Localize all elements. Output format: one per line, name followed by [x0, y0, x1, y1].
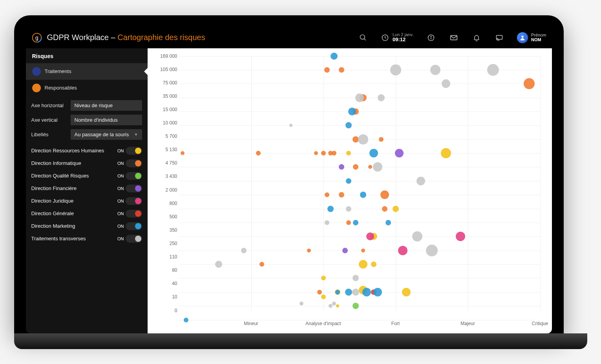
data-point[interactable]: [369, 149, 378, 157]
sidebar-item-traitements[interactable]: Traitements: [26, 63, 148, 80]
data-point[interactable]: [346, 206, 351, 212]
data-point[interactable]: [373, 162, 382, 172]
data-point[interactable]: [339, 67, 344, 73]
data-point[interactable]: [332, 151, 336, 155]
data-point[interactable]: [353, 303, 359, 309]
data-point[interactable]: [456, 232, 465, 241]
data-point[interactable]: [215, 261, 222, 268]
data-point[interactable]: [524, 78, 535, 89]
data-point[interactable]: [321, 294, 326, 299]
data-point[interactable]: [256, 151, 261, 155]
toggle-switch[interactable]: ON: [117, 159, 142, 167]
data-point[interactable]: [379, 137, 384, 142]
data-point[interactable]: [317, 290, 322, 294]
mail-icon[interactable]: [449, 33, 458, 42]
data-point[interactable]: [352, 289, 359, 296]
scatter-plot[interactable]: 01040801102503505008002 0003 4304 7505 1…: [179, 56, 540, 320]
data-point[interactable]: [332, 302, 336, 305]
data-point[interactable]: [259, 262, 264, 267]
data-point[interactable]: [353, 220, 358, 225]
data-point[interactable]: [331, 53, 338, 60]
data-point[interactable]: [402, 288, 411, 296]
data-point[interactable]: [358, 134, 368, 145]
data-point[interactable]: [342, 248, 348, 253]
data-point[interactable]: [385, 220, 391, 225]
control-select[interactable]: Au passage de la souris▼: [71, 129, 142, 140]
data-point[interactable]: [321, 151, 326, 155]
toggle-switch[interactable]: ON: [117, 210, 142, 218]
data-point[interactable]: [398, 246, 407, 255]
data-point[interactable]: [353, 275, 359, 281]
toggle-switch[interactable]: ON: [117, 197, 142, 205]
data-point[interactable]: [362, 288, 371, 296]
data-point[interactable]: [361, 249, 365, 252]
data-point[interactable]: [442, 79, 450, 88]
user-menu[interactable]: PrénomNOM: [517, 32, 546, 43]
data-point[interactable]: [382, 206, 387, 212]
data-point[interactable]: [348, 108, 356, 115]
data-point[interactable]: [241, 248, 247, 253]
data-point[interactable]: [346, 151, 351, 155]
data-point[interactable]: [181, 151, 185, 155]
data-point[interactable]: [324, 67, 330, 73]
data-point[interactable]: [395, 149, 404, 157]
data-point[interactable]: [339, 192, 344, 198]
toggle-switch[interactable]: ON: [117, 185, 142, 192]
legend-label: Direction Marketing: [31, 223, 75, 229]
data-point[interactable]: [371, 262, 376, 267]
data-point[interactable]: [289, 124, 292, 127]
toggle-switch[interactable]: ON: [117, 235, 142, 243]
data-point[interactable]: [339, 164, 344, 170]
data-point[interactable]: [321, 276, 326, 280]
toggle-switch[interactable]: ON: [117, 222, 142, 230]
data-point[interactable]: [325, 220, 329, 225]
data-point[interactable]: [355, 93, 364, 102]
data-point[interactable]: [325, 192, 329, 197]
data-point[interactable]: [412, 231, 422, 241]
data-point[interactable]: [368, 165, 372, 169]
data-point[interactable]: [346, 178, 351, 184]
data-point[interactable]: [300, 302, 303, 305]
data-point[interactable]: [314, 151, 318, 155]
data-point[interactable]: [335, 290, 340, 294]
sidebar-item-responsables[interactable]: Responsables: [26, 80, 148, 96]
info-icon[interactable]: [427, 33, 435, 42]
data-point[interactable]: [327, 206, 334, 212]
x-tick-label: Mineur: [244, 321, 258, 326]
data-point[interactable]: [345, 122, 352, 128]
data-point[interactable]: [393, 206, 399, 212]
data-point[interactable]: [390, 64, 401, 75]
data-point[interactable]: [359, 260, 367, 269]
data-point[interactable]: [426, 245, 438, 256]
data-point[interactable]: [184, 318, 188, 322]
toggle-switch[interactable]: ON: [117, 172, 142, 180]
data-point[interactable]: [416, 177, 425, 185]
legend-label: Traitements transverses: [31, 236, 86, 241]
toggle-switch[interactable]: ON: [117, 147, 142, 155]
data-point[interactable]: [353, 164, 358, 170]
data-point[interactable]: [345, 289, 352, 296]
legend-label: Direction Ressources Humaines: [31, 148, 104, 154]
cast-icon[interactable]: [495, 33, 504, 42]
app-logo-icon: g: [31, 32, 42, 43]
legend-label: Direction Générale: [31, 210, 74, 216]
control-select[interactable]: Niveau de risque: [71, 100, 142, 111]
data-point[interactable]: [487, 64, 499, 76]
control-select[interactable]: Nombre d'individus: [71, 115, 142, 125]
data-point[interactable]: [307, 249, 311, 252]
search-icon[interactable]: [359, 33, 367, 42]
data-point[interactable]: [430, 65, 440, 75]
legend-toggle: Traitements transversesON: [31, 235, 142, 243]
data-point[interactable]: [366, 232, 374, 240]
data-point[interactable]: [346, 220, 351, 225]
nav-icon: [32, 84, 41, 92]
data-point[interactable]: [336, 304, 339, 307]
data-point[interactable]: [441, 148, 451, 158]
data-point[interactable]: [380, 190, 389, 199]
data-point[interactable]: [373, 288, 382, 296]
data-point[interactable]: [378, 94, 385, 101]
data-point[interactable]: [329, 304, 332, 308]
bell-icon[interactable]: [472, 33, 481, 42]
data-point[interactable]: [360, 192, 366, 198]
y-tick-label: 105 000: [160, 67, 177, 72]
